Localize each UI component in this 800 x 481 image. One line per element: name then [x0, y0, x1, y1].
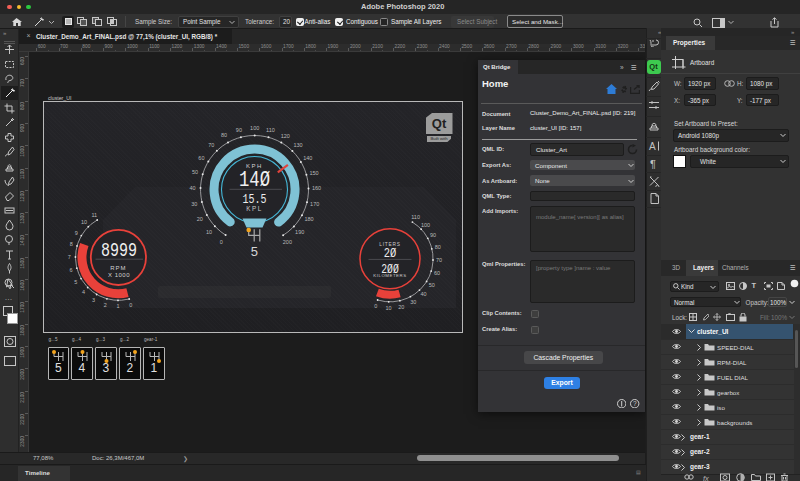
svg-text:14Ø: 14Ø — [239, 167, 270, 193]
svg-text:150: 150 — [310, 170, 319, 176]
svg-text:80: 80 — [435, 244, 441, 250]
svg-text:¶: ¶ — [650, 157, 656, 169]
svg-text:40: 40 — [189, 185, 195, 191]
svg-text:40: 40 — [421, 291, 427, 297]
svg-text:140: 140 — [303, 155, 312, 161]
svg-text:30: 30 — [410, 299, 416, 305]
svg-text:60: 60 — [198, 155, 204, 161]
svg-text:170: 170 — [310, 201, 319, 207]
svg-text:30: 30 — [191, 201, 197, 207]
svg-text:4: 4 — [82, 289, 85, 295]
svg-text:50: 50 — [192, 169, 198, 175]
svg-text:80: 80 — [221, 132, 227, 138]
svg-text:?: ? — [633, 400, 637, 407]
svg-text:10: 10 — [385, 305, 391, 311]
svg-text:60: 60 — [434, 270, 440, 276]
svg-text:160: 160 — [312, 185, 321, 191]
svg-text:8999: 8999 — [101, 239, 137, 262]
svg-text:50: 50 — [429, 282, 435, 288]
svg-text:70: 70 — [436, 257, 442, 263]
svg-text:RPM: RPM — [110, 265, 126, 271]
svg-text:1: 1 — [116, 303, 119, 309]
svg-text:fx: fx — [703, 474, 709, 481]
svg-text:110: 110 — [266, 127, 275, 133]
svg-text:5: 5 — [74, 279, 77, 285]
svg-text:KPL: KPL — [246, 205, 262, 212]
svg-text:0: 0 — [374, 303, 377, 309]
svg-text:120: 120 — [281, 133, 290, 139]
svg-text:11: 11 — [91, 212, 97, 218]
svg-text:3: 3 — [92, 297, 95, 303]
svg-text:10: 10 — [81, 219, 87, 225]
svg-text:10: 10 — [206, 229, 212, 235]
svg-text:100: 100 — [421, 222, 430, 228]
svg-text:KILOMETERS: KILOMETERS — [373, 273, 406, 278]
svg-text:6: 6 — [69, 267, 72, 273]
svg-text:20: 20 — [398, 304, 404, 310]
svg-text:0: 0 — [220, 239, 223, 245]
svg-text:70: 70 — [208, 142, 214, 148]
svg-text:X 1000: X 1000 — [108, 272, 130, 278]
svg-text:130: 130 — [293, 142, 302, 148]
svg-text:A: A — [649, 141, 656, 152]
svg-text:100: 100 — [250, 125, 259, 131]
svg-text:200: 200 — [283, 239, 292, 245]
svg-text:90: 90 — [236, 127, 242, 133]
svg-text:110: 110 — [411, 214, 420, 220]
svg-text:0: 0 — [129, 302, 132, 308]
svg-text:190: 190 — [295, 229, 304, 235]
svg-text:8: 8 — [70, 241, 73, 247]
svg-text:9: 9 — [75, 230, 78, 236]
svg-text:7: 7 — [68, 254, 71, 260]
svg-text:2: 2 — [104, 302, 107, 308]
svg-text:90: 90 — [430, 232, 436, 238]
svg-text:5: 5 — [251, 244, 258, 259]
svg-text:2Ø: 2Ø — [384, 246, 397, 261]
svg-text:20: 20 — [197, 216, 203, 222]
svg-text:180: 180 — [304, 216, 313, 222]
